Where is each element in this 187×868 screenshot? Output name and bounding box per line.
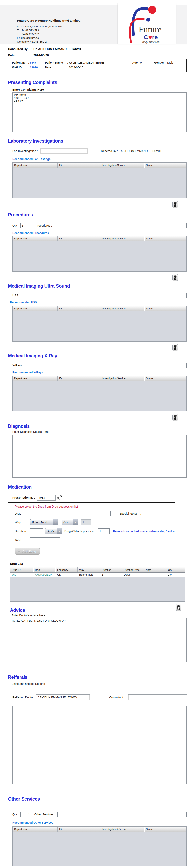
clear-lab-testings-button[interactable] [172,201,178,208]
procedures-input[interactable] [54,223,187,228]
company-logo: Future C♥re Body Mind Soul [118,3,176,44]
lab-investigation-input[interactable] [40,148,88,154]
section-heading-presenting-complaints: Presenting Complaints [8,80,187,85]
cell-frequency: OD [55,572,78,577]
xray-row: X-Rays : [12,363,187,368]
column-header-duration-type: Duration Type [122,567,144,572]
way-row: Way: Before Meal▼ OD▼ [15,519,175,525]
xray-table: Department ID Investigation/Service Stat… [12,376,187,411]
procedures-qty-label: Qty : [12,224,19,227]
column-header-way: Way [78,567,100,572]
xray-input[interactable] [27,363,187,368]
clear-procedures-button[interactable] [172,274,178,281]
clear-uss-button[interactable] [172,344,178,351]
per-meal-input[interactable] [98,528,110,534]
other-qty-input[interactable] [20,812,31,817]
duration-unit-select[interactable]: Day/s▼ [45,528,62,534]
procedures-qty-input[interactable] [20,223,31,228]
clear-xrays-button[interactable] [172,414,178,421]
total-row: Total: [15,537,175,543]
consulted-by-row: Consulted By:Dr. ABIODUN EMMANUEL TAIWO [8,47,187,51]
date-label: Date [8,53,31,57]
column-header-id: ID [58,306,101,311]
section-heading-procedures: Procedures [8,212,187,218]
duration-row: Duration : Day/s▼ Drugs/Tablets per meal… [15,528,175,534]
visit-date-value: 2024-06-26 [69,66,83,69]
way-selected-value: Before Meal [30,521,53,524]
colon: : [27,521,30,524]
colon: : [138,61,139,64]
colon: : [67,66,68,69]
consultant-input[interactable] [128,694,187,700]
colon: : [31,53,33,57]
drug-input[interactable] [30,511,111,516]
add-drug-button[interactable]: + Add Drug [15,548,40,555]
table-header-row: Department ID Investigation / Service St… [13,827,186,832]
frequency-selected-value: OD [62,521,73,524]
reffered-by-label: Reffered By : [101,149,118,153]
duration-unit-value: Day/s [45,530,57,533]
table-row[interactable]: 760 AMOXYCILLIN OD Before Meal 1 Day/s 2… [10,572,185,577]
company-info: Future Care by Future Holdings (Pty) Lim… [17,19,100,44]
clear-drug-list-button[interactable] [176,604,181,611]
refferal-list-box[interactable] [12,706,187,784]
refferal-doctor-row: Reffering Doctor Consultant [12,694,187,700]
cell-qty: 2.0 [166,572,185,577]
special-notes-input[interactable] [142,511,174,516]
way-qty-input [81,519,91,525]
other-services-row: Qty : Other Services : [12,812,187,817]
drug-label: Drug [15,512,27,515]
column-header-department: Department [13,236,58,241]
patient-info-box: Patient ID: 6547 Patient Name: KYLE ALEX… [8,59,187,72]
column-header-department: Department [13,827,58,832]
cell-duration-type: Day/s [122,572,144,577]
duration-input[interactable] [30,528,43,534]
date-row: Date:2024-06-26 [8,53,187,57]
table-header-row: Department ID Investigation/Service Stat… [13,236,186,241]
refresh-icon [57,495,62,500]
prescription-id-input[interactable] [37,495,55,500]
logo-word-care: C♥re [144,34,158,40]
cell-note [144,572,166,577]
recommended-lab-testings-label: Recommended Lab Testings [12,157,187,161]
reffering-doctor-input[interactable] [36,694,90,700]
column-header-note: Note [144,567,166,572]
procedures-row: Qty : Procedures : [12,223,187,228]
table-body-empty [13,381,186,411]
trash-icon [173,202,177,207]
recommended-procedures-label: Recommended Procedures [12,231,187,235]
way-select[interactable]: Before Meal▼ [30,519,58,525]
table-body-empty [13,832,186,866]
frequency-select[interactable]: OD▼ [62,519,78,525]
colon: : [28,61,29,64]
complaints-textarea[interactable]: wbc-19440 N-37.8, L-52.8 HB-12.7 [12,92,187,132]
colon: : [67,61,68,64]
drug-list-label: Drug List [10,562,187,565]
visit-id-label: Visit ID [12,66,28,69]
total-input[interactable] [30,537,60,543]
other-services-input[interactable] [57,812,187,817]
column-header-drug: Drug [33,567,55,572]
colon: : [137,512,141,515]
colon: : [27,512,30,515]
diagnosis-textarea[interactable] [12,435,187,477]
section-heading-other-services: Other Services [8,796,187,802]
add-drug-label: Add Drug [22,550,36,553]
uss-table: Department ID Investigation/Service Stat… [12,306,187,342]
column-header-status: Status [144,236,186,241]
lab-investigation-label: Lab Investingation : [12,149,38,153]
age-label: Age [132,61,138,64]
column-header-department: Department [13,162,58,167]
section-heading-advice: Advice [10,608,25,613]
column-header-investigation-service: Investigation / Service [101,827,144,832]
uss-input[interactable] [23,293,187,298]
procedures-table: Department ID Investigation/Service Stat… [12,236,187,272]
trash-icon [177,605,181,610]
drug-row: Drug: Special Notes: [15,511,175,516]
other-services-table: Department ID Investigation / Service St… [12,826,187,866]
uss-label: USS : [12,294,20,297]
logo-tagline: Body Mind Soul [142,40,160,43]
other-services-label: Other Services : [34,813,55,816]
advice-textarea[interactable]: TO REPEAT FBC IN 1/52 FOR FOLLOW UP [10,618,187,662]
refresh-prescription-button[interactable] [57,495,62,500]
